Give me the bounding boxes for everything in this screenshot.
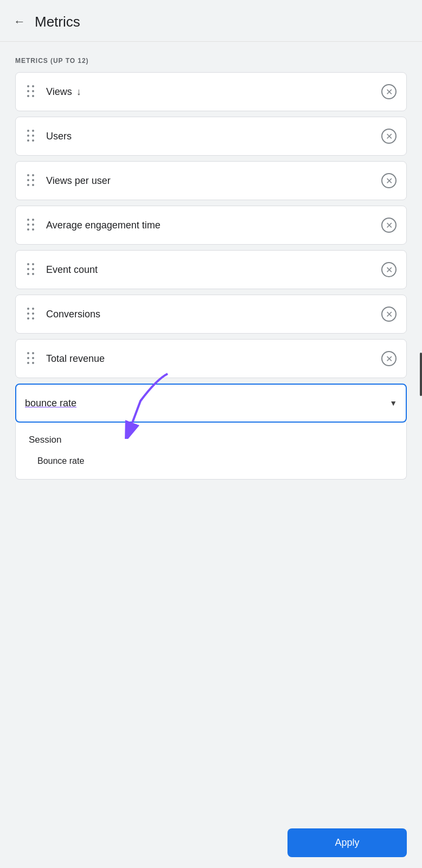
apply-button[interactable]: Apply [287,828,407,857]
metric-item-event-count[interactable]: Event count ✕ [15,250,407,289]
metric-label-event-count: Event count [46,264,380,276]
drag-handle-conversions [24,308,37,321]
remove-icon-views-per-user: ✕ [381,173,397,188]
sort-arrow-views: ↓ [76,86,81,98]
remove-button-views[interactable]: ✕ [380,83,398,100]
metric-label-avg-engagement: Average engagement time [46,220,380,231]
drag-handle-avg-engagement [24,219,37,232]
section-label: METRICS (UP TO 12) [15,57,407,65]
metric-label-conversions: Conversions [46,309,380,320]
metric-item-total-revenue[interactable]: Total revenue ✕ [15,339,407,378]
remove-icon-event-count: ✕ [381,262,397,277]
remove-icon-views: ✕ [381,84,397,99]
drag-handle-users [24,130,37,143]
header: ← Metrics [0,0,422,42]
metric-label-total-revenue: Total revenue [46,353,380,365]
drag-dots [27,85,35,98]
back-button[interactable]: ← [9,11,30,33]
remove-button-users[interactable]: ✕ [380,127,398,145]
remove-button-conversions[interactable]: ✕ [380,305,398,323]
footer: Apply [0,818,422,868]
drag-dots [27,308,35,321]
scrollbar[interactable] [420,353,422,396]
remove-icon-conversions: ✕ [381,307,397,322]
dropdown-panel: Session Bounce rate [15,423,407,480]
drag-handle-total-revenue [24,352,37,365]
remove-icon-users: ✕ [381,129,397,144]
back-icon: ← [14,15,25,29]
drag-handle-views [24,85,37,98]
metric-item-views[interactable]: Views ↓ ✕ [15,72,407,111]
drag-dot [27,85,29,87]
metric-item-users[interactable]: Users ✕ [15,117,407,156]
drag-dots [27,174,35,187]
drag-dot [27,95,29,97]
drag-dots [27,352,35,365]
drag-dots [27,219,35,232]
remove-button-total-revenue[interactable]: ✕ [380,350,398,367]
page-title: Metrics [35,14,80,30]
drag-dot [32,90,34,92]
dropdown-group-label: Session [16,429,406,450]
drag-dots [27,263,35,276]
dropdown-item-label: Bounce rate [37,456,84,465]
drag-dot [32,95,34,97]
drag-dot [27,90,29,92]
search-input[interactable] [25,398,385,409]
drag-dots [27,130,35,143]
metric-label: Views ↓ [46,86,380,98]
metric-label-views-per-user: Views per user [46,175,380,187]
drag-handle-views-per-user [24,174,37,187]
content-area: METRICS (UP TO 12) Views ↓ ✕ [0,42,422,601]
search-field-wrapper[interactable]: ▼ [15,384,407,423]
metric-item-views-per-user[interactable]: Views per user ✕ [15,161,407,200]
drag-handle-event-count [24,263,37,276]
drag-dot [32,85,34,87]
metric-item-avg-engagement[interactable]: Average engagement time ✕ [15,206,407,245]
remove-button-views-per-user[interactable]: ✕ [380,172,398,189]
metric-item-conversions[interactable]: Conversions ✕ [15,295,407,334]
remove-button-event-count[interactable]: ✕ [380,261,398,278]
metric-label-users: Users [46,131,380,142]
metric-name-views: Views [46,86,72,98]
remove-button-avg-engagement[interactable]: ✕ [380,216,398,234]
remove-icon-avg-engagement: ✕ [381,218,397,233]
dropdown-arrow-icon: ▼ [389,399,397,407]
dropdown-item-bounce-rate[interactable]: Bounce rate [16,450,406,473]
remove-icon-total-revenue: ✕ [381,351,397,366]
metrics-list: Views ↓ ✕ Users [15,72,407,384]
